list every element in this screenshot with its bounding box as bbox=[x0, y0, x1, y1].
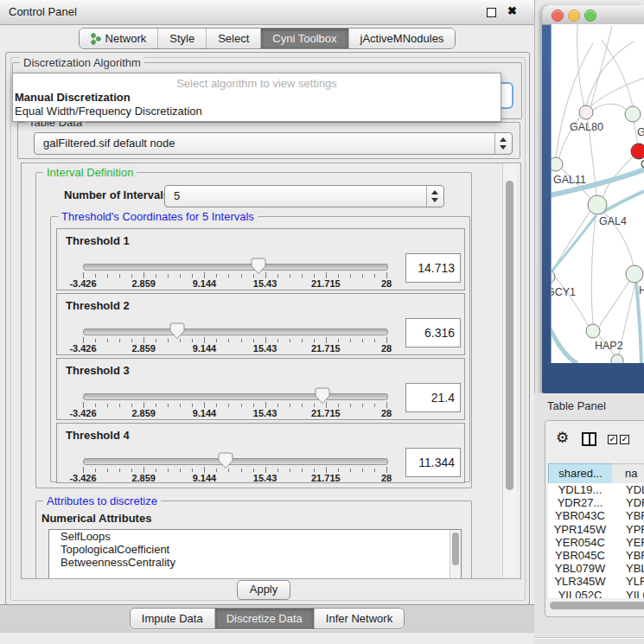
network-edge[interactable] bbox=[599, 281, 629, 327]
table-row[interactable]: YBR045CYBR0 bbox=[548, 549, 644, 562]
table-row[interactable]: YDL19...YDL1 bbox=[548, 483, 644, 496]
network-node[interactable] bbox=[586, 324, 600, 338]
table-row[interactable]: YPR145WYPR1 bbox=[548, 523, 644, 536]
algorithm-item-manual-discretization[interactable]: Manual Discretization bbox=[13, 91, 501, 105]
network-node[interactable] bbox=[588, 195, 607, 214]
attribute-item-selfloops[interactable]: SelfLoops bbox=[49, 530, 461, 543]
network-node[interactable] bbox=[552, 157, 563, 171]
num-intervals-combobox[interactable]: 5 bbox=[164, 185, 444, 207]
slider-tick bbox=[314, 274, 315, 277]
numerical-attributes-list[interactable]: SelfLoopsTopologicalCoefficientBetweenne… bbox=[48, 529, 462, 579]
algorithm-item-equal-width-frequency-discretization[interactable]: Equal Width/Frequency Discretization bbox=[13, 105, 501, 118]
network-edge[interactable] bbox=[553, 275, 589, 327]
threshold-value-field[interactable]: 6.316 bbox=[405, 318, 461, 348]
slider-tick bbox=[374, 339, 375, 342]
network-node[interactable] bbox=[631, 143, 644, 159]
network-canvas[interactable]: GAL80GALCYGAL11GAL4GCY1HHAP2 bbox=[551, 24, 644, 363]
slider-handle[interactable] bbox=[218, 452, 233, 472]
tab-network[interactable]: Network bbox=[80, 29, 158, 48]
columns-icon[interactable] bbox=[582, 432, 596, 446]
slider-tick bbox=[277, 339, 278, 342]
network-node[interactable] bbox=[552, 270, 555, 284]
slider-tick bbox=[143, 467, 144, 473]
network-node[interactable] bbox=[625, 106, 641, 122]
threshold-value-field[interactable]: 11.344 bbox=[405, 448, 461, 477]
slider-tick bbox=[338, 404, 339, 407]
minimize-traffic-light[interactable] bbox=[568, 10, 580, 22]
checkbox-icon[interactable]: ✓ bbox=[608, 435, 617, 444]
float-window-icon[interactable] bbox=[487, 8, 496, 17]
network-edge[interactable] bbox=[552, 215, 596, 271]
network-node-label: HAP2 bbox=[595, 340, 623, 352]
bottom-tab-bar: Impute DataDiscretize DataInfer Network bbox=[130, 608, 405, 629]
slider-tick bbox=[350, 339, 351, 342]
tab-impute-data[interactable]: Impute Data bbox=[131, 609, 214, 628]
tab-discretize-data[interactable]: Discretize Data bbox=[214, 609, 314, 628]
table-row[interactable]: YLR345WYLR3 bbox=[548, 575, 644, 588]
table-row[interactable]: YIL052CYIL0 bbox=[548, 589, 644, 599]
threshold-value-field[interactable]: 21.4 bbox=[405, 383, 461, 412]
table-row[interactable]: YDR27...YDR2 bbox=[548, 496, 644, 509]
algorithm-items: Manual DiscretizationEqual Width/Frequen… bbox=[13, 91, 501, 118]
network-edge[interactable] bbox=[591, 214, 596, 324]
network-node[interactable] bbox=[611, 354, 623, 363]
apply-button[interactable]: Apply bbox=[237, 580, 290, 600]
table-hscrollbar[interactable] bbox=[548, 599, 644, 611]
tab-style[interactable]: Style bbox=[157, 29, 206, 48]
table-hscrollbar-thumb[interactable] bbox=[550, 602, 644, 609]
slider-tick-label: 15.43 bbox=[253, 278, 277, 289]
tab-jactivemnodules[interactable]: jActiveMNodules bbox=[348, 29, 456, 48]
network-window-titlebar[interactable] bbox=[542, 5, 644, 25]
slider-tick-label: 9.144 bbox=[193, 278, 217, 289]
slider-tick-label: 28 bbox=[381, 343, 392, 354]
network-edge[interactable] bbox=[577, 24, 584, 106]
network-edge[interactable] bbox=[552, 328, 577, 363]
slider-track[interactable] bbox=[83, 393, 388, 400]
attributes-scrollbar-thumb[interactable] bbox=[452, 532, 459, 565]
slider-handle[interactable] bbox=[315, 387, 330, 407]
network-edge[interactable] bbox=[590, 26, 612, 108]
slider-tick bbox=[302, 404, 303, 407]
slider-handle[interactable] bbox=[169, 322, 185, 342]
slider-tick bbox=[362, 274, 363, 277]
zoom-traffic-light[interactable] bbox=[584, 10, 596, 22]
table-panel-region: Table Panel ⚙ ✓ ✓ shared... na YDL19...Y… bbox=[534, 393, 644, 644]
table-row[interactable]: YER054CYER0 bbox=[548, 536, 644, 549]
table-cell-name: YIL0 bbox=[626, 589, 644, 599]
checkbox-icon[interactable]: ✓ bbox=[620, 435, 629, 444]
attribute-item-betweennesscentrality[interactable]: BetweennessCentrality bbox=[49, 556, 461, 569]
tab-infer-network[interactable]: Infer Network bbox=[314, 609, 404, 628]
table-data-combobox[interactable]: galFiltered.sif default node bbox=[34, 132, 513, 155]
settings-scrollbar-thumb[interactable] bbox=[506, 181, 513, 490]
slider-tick bbox=[374, 404, 375, 407]
table-row[interactable]: YBR043CYBR0 bbox=[548, 509, 644, 522]
close-icon[interactable]: ✖ bbox=[507, 4, 517, 17]
settings-scrollbar[interactable] bbox=[502, 163, 517, 577]
slider-tick bbox=[95, 404, 96, 407]
gear-icon[interactable]: ⚙ bbox=[556, 429, 569, 447]
network-node[interactable] bbox=[579, 105, 593, 119]
slider-tick-label: -3.426 bbox=[69, 343, 96, 354]
threshold-panel-2: Threshold 2-3.4262.8599.14415.4321.71528… bbox=[56, 293, 465, 355]
table-row[interactable]: YBL079WYBL0 bbox=[548, 562, 644, 575]
tab-select[interactable]: Select bbox=[206, 29, 260, 48]
network-edge[interactable] bbox=[593, 104, 628, 111]
table-header-name[interactable]: na bbox=[612, 463, 644, 484]
attributes-scrollbar[interactable] bbox=[450, 530, 461, 579]
table-header-shared[interactable]: shared... bbox=[548, 463, 613, 484]
network-node[interactable] bbox=[626, 265, 643, 283]
table-data-combobox-value: galFiltered.sif default node bbox=[43, 133, 175, 153]
slider-track[interactable] bbox=[83, 328, 388, 335]
slider-track[interactable] bbox=[83, 264, 388, 271]
slider-handle[interactable] bbox=[251, 258, 266, 277]
threshold-value-field[interactable]: 14.713 bbox=[405, 253, 461, 283]
slider-tick bbox=[326, 272, 327, 278]
slider-tick bbox=[156, 404, 156, 407]
network-edge[interactable] bbox=[590, 78, 644, 108]
slider-track[interactable] bbox=[83, 458, 388, 465]
close-traffic-light[interactable] bbox=[552, 10, 564, 22]
tab-label: Style bbox=[169, 29, 194, 48]
network-node-label: GAL80 bbox=[570, 121, 603, 133]
attribute-item-topologicalcoefficient[interactable]: TopologicalCoefficient bbox=[49, 543, 461, 556]
tab-cyni-toolbox[interactable]: Cyni Toolbox bbox=[260, 29, 348, 48]
